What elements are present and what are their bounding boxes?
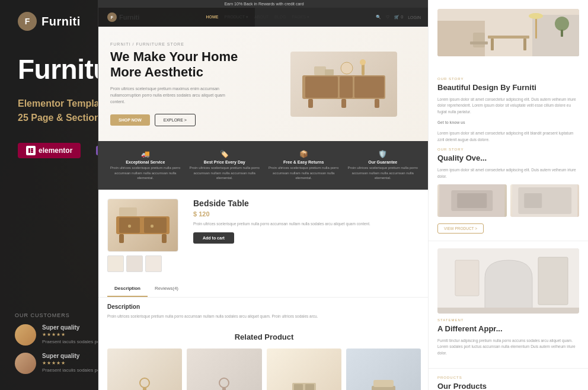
bedside-table-svg: [113, 204, 172, 246]
svg-point-24: [341, 62, 353, 74]
get-to-know-text: Get to know us: [437, 120, 579, 126]
stars-3: ★★★★★: [42, 360, 107, 366]
nav-blog[interactable]: BLOG: [274, 15, 286, 20]
svg-rect-23: [314, 66, 326, 75]
view-product-button[interactable]: VIEW PRODUCT >: [437, 223, 484, 234]
svg-rect-18: [340, 76, 353, 98]
svg-rect-42: [305, 384, 314, 390]
svg-rect-113: [538, 257, 568, 305]
returns-icon: 📦: [269, 150, 339, 158]
svg-rect-104: [561, 30, 563, 37]
related-img-4: [346, 349, 421, 390]
svg-rect-14: [31, 149, 33, 151]
svg-rect-39: [222, 388, 226, 390]
feature-desc-1: Proin ultrices scelerisque pretium nulla…: [110, 165, 181, 180]
shop-now-button[interactable]: SHOP NOW: [110, 114, 150, 126]
related-products-grid: FLOOR LAMP FLOOR LAMP SLIDING DOORS WOOD…: [107, 349, 421, 390]
svg-rect-21: [375, 99, 379, 108]
quality-desc: Lorem ipsum dolor sit amet consectetur a…: [437, 167, 579, 180]
svg-rect-32: [162, 234, 167, 243]
svg-rect-41: [294, 384, 303, 390]
thumb-3[interactable]: [145, 255, 162, 272]
login-link[interactable]: LOGIN: [408, 15, 421, 20]
different-desc: Furniti tinctur adipiscing pretium nulla…: [437, 338, 579, 356]
product-title: Bedside Table: [193, 199, 421, 208]
svg-rect-99: [535, 18, 537, 39]
svg-rect-107: [457, 193, 487, 208]
wishlist-icon[interactable]: ♡: [386, 15, 389, 20]
testimonial-desc-3: Praesent iaculis sodales porta.: [42, 367, 107, 373]
svg-rect-27: [325, 69, 334, 75]
hero-content: FURNITI / FURNITURE STORE We Make Your H…: [110, 42, 258, 126]
feature-img-svg: [437, 248, 579, 314]
thumb-1[interactable]: [107, 255, 124, 272]
nav-pages[interactable]: PAGES ▾: [292, 15, 310, 20]
store-logo: F Furniti: [107, 12, 139, 22]
testimonial-title-1: Super quality: [42, 324, 107, 331]
related-item-4: WOODEN BED: [346, 349, 421, 390]
right-feature-section: STATEMENT A Different Appr... Furniti ti…: [429, 241, 588, 369]
store-top-banner: Earn 10% Back in Rewards with credit car…: [98, 0, 430, 8]
svg-rect-112: [455, 260, 479, 296]
brand-name: Furniti: [41, 15, 81, 28]
feature-title-1: Exceptional Service: [110, 160, 181, 164]
svg-rect-110: [524, 193, 542, 208]
cart-icon[interactable]: 🛒 0: [394, 15, 403, 20]
svg-point-26: [360, 59, 366, 65]
tab-description[interactable]: Description: [107, 281, 148, 297]
nav-about[interactable]: ABOUT: [254, 15, 269, 20]
store-nav[interactable]: F Furniti HOME PRODUCT ▾ ABOUT BLOG PAGE…: [98, 8, 430, 27]
svg-point-100: [529, 13, 543, 19]
right-products-section: PRODUCTS Our Products Proin ultrices sce…: [429, 369, 588, 390]
feature-desc-3: Proin ultrices scelerisque pretium nulla…: [269, 165, 339, 180]
svg-rect-12: [28, 148, 30, 153]
thumb-2[interactable]: [126, 255, 143, 272]
svg-rect-102: [470, 41, 488, 44]
product-page: Bedside Table $ 120 Proin ultrices scele…: [98, 190, 430, 281]
guarantee-icon: 🛡️: [348, 150, 418, 158]
story-img-2: [510, 184, 580, 217]
product-price: $ 120: [193, 210, 421, 218]
nav-home[interactable]: HOME: [206, 15, 219, 20]
svg-rect-44: [373, 380, 394, 387]
story-title: Beautiful Design By Furniti: [437, 83, 579, 93]
feature-large-image: [437, 248, 579, 314]
store-nav-links: HOME PRODUCT ▾ ABOUT BLOG PAGES ▾: [146, 15, 369, 20]
quality-title: Quality Ove...: [437, 154, 579, 164]
explore-button[interactable]: EXPLORE >: [155, 114, 196, 126]
nav-product[interactable]: PRODUCT ▾: [225, 15, 248, 20]
svg-rect-25: [362, 63, 365, 75]
logo-icon: F: [18, 12, 37, 31]
search-icon[interactable]: 🔍: [376, 15, 381, 20]
right-products-label: PRODUCTS: [437, 376, 579, 379]
svg-point-103: [555, 17, 569, 31]
testimonial-title-3: Super quality: [42, 353, 107, 359]
store-logo-icon: F: [107, 12, 117, 22]
right-story-section: OUR STORY Beautiful Design By Furniti Lo…: [429, 70, 588, 241]
svg-rect-31: [119, 234, 124, 243]
product-thumbnails: [107, 255, 184, 272]
svg-rect-34: [151, 225, 154, 228]
different-label: STATEMENT: [437, 318, 579, 322]
svg-rect-19: [354, 76, 384, 98]
get-to-know-heading: Get to know us: [437, 120, 465, 124]
svg-rect-30: [144, 218, 167, 233]
feature-desc-4: Proin ultrices scelerisque pretium nulla…: [348, 165, 418, 180]
get-to-know-desc: Lorem ipsum dolor sit amet consectetur a…: [437, 130, 579, 143]
related-products-section: Related Product FLOOR LAMP FLOOR LAMP SL…: [98, 325, 430, 390]
add-to-cart-button[interactable]: Add to cart: [193, 232, 234, 244]
right-products-title: Our Products: [437, 382, 579, 390]
related-item-2: FLOOR LAMP: [187, 349, 261, 390]
elementor-icon: [26, 146, 36, 155]
story-img-1: [437, 184, 507, 217]
svg-rect-114: [437, 308, 579, 314]
tab-reviews[interactable]: Reviews(4): [148, 281, 186, 297]
elementor-badge: elementor: [18, 143, 81, 158]
testimonial-desc-1: Praesent iaculis sodales porta.: [42, 338, 107, 345]
description-text: Proin ultrices scelerisque pretium nulla…: [107, 314, 421, 319]
product-short-desc: Proin ultrices scelerisque pretium nulla…: [193, 221, 421, 227]
avatar-1: [15, 324, 36, 346]
right-panel: ABOUT About Us HOME / ABOUT US OUR STORY…: [428, 0, 588, 390]
story-desc: Lorem ipsum dolor sit amet consectetur a…: [437, 97, 579, 115]
svg-rect-15: [31, 151, 33, 153]
